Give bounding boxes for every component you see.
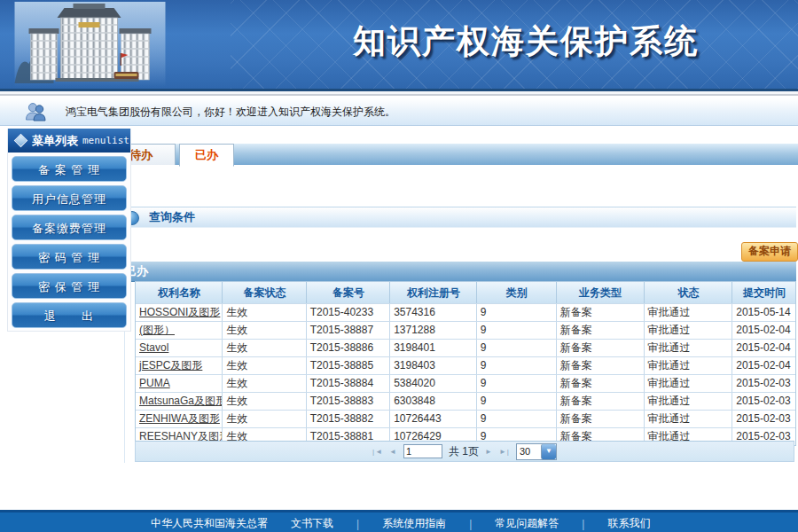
- column-header-1: 备案状态: [223, 282, 306, 303]
- welcome-message: 鸿宝电气集团股份有限公司，你好！欢迎进入知识产权海关保护系统。: [66, 98, 395, 125]
- cell-7: 2015-02-04: [732, 322, 795, 339]
- cell-3: 10726443: [390, 411, 476, 427]
- column-header-0: 权利名称: [136, 282, 223, 303]
- cell-2: T2015-38882: [307, 411, 390, 427]
- cell-4: 9: [477, 375, 557, 392]
- column-header-4: 类别: [477, 282, 557, 303]
- table-row: (图形）生效T2015-3888713712889新备案审批通过2015-02-…: [136, 321, 795, 339]
- page: 知识产权海关保护系统 鸿宝电气集团股份有限公司，你好！欢迎进入知识产权海关保护系…: [0, 0, 798, 532]
- query-section-header[interactable]: 查询条件: [131, 207, 796, 228]
- cell-5: 新备案: [557, 393, 645, 410]
- footer-separator: |: [356, 518, 359, 530]
- cell-0: Stavol: [136, 340, 223, 356]
- table-row: HOSSONI及图形生效T2015-4023335743169新备案审批通过20…: [136, 303, 795, 321]
- right-name-link[interactable]: Stavol: [139, 341, 168, 354]
- record-apply-button[interactable]: 备案申请: [741, 242, 798, 262]
- done-list-header: 已办: [124, 262, 796, 282]
- sidebar-item-record-payment-management[interactable]: 备案缴费管理: [12, 215, 127, 240]
- cell-7: 2015-02-04: [732, 357, 795, 374]
- cell-4: 9: [477, 357, 557, 374]
- pagination-bar: |◄ ◄ 共 1页 ► ►| 30 ▼: [135, 441, 794, 462]
- cell-0: MatsunaGa及图形: [136, 393, 223, 410]
- table-body: HOSSONI及图形生效T2015-4023335743169新备案审批通过20…: [136, 303, 795, 445]
- system-title: 知识产权海关保护系统: [353, 20, 778, 64]
- cell-5: 新备案: [557, 322, 645, 339]
- prev-page-icon[interactable]: ◄: [389, 448, 397, 456]
- footer-link-2[interactable]: 常见问题解答: [495, 516, 559, 531]
- cell-3: 1371288: [390, 322, 476, 339]
- cell-0: HOSSONI及图形: [136, 304, 223, 321]
- page-number-input[interactable]: [403, 444, 442, 458]
- sidebar-item-security-management[interactable]: 密 保 管 理: [12, 273, 127, 299]
- cell-3: 3574316: [390, 304, 476, 321]
- cell-0: PUMA: [136, 375, 223, 392]
- sidebar-menu: 备 案 管 理用户信息管理备案缴费管理密 码 管 理密 保 管 理退 出: [8, 156, 130, 328]
- cell-1: 生效: [223, 357, 306, 374]
- table-row: Stavol生效T2015-3888631984019新备案审批通过2015-0…: [136, 339, 795, 356]
- cell-4: 9: [477, 340, 557, 356]
- cell-0: (图形）: [136, 322, 223, 339]
- cell-6: 审批通过: [645, 393, 733, 410]
- records-table: 权利名称备案状态备案号权利注册号类别业务类型状态提交时间 HOSSONI及图形生…: [135, 281, 796, 446]
- right-name-link[interactable]: PUMA: [139, 377, 170, 389]
- page-size-dropdown[interactable]: 30 ▼: [516, 443, 557, 460]
- footer-bar: 中华人民共和国海关总署 文书下载|系统使用指南|常见问题解答|联系我们: [0, 510, 798, 532]
- tab-strip: 待办已办: [98, 144, 798, 165]
- cell-3: 6303848: [390, 393, 476, 410]
- cell-1: 生效: [223, 304, 306, 321]
- cell-4: 9: [477, 304, 557, 321]
- sidebar-title: 菜单列表: [32, 133, 78, 149]
- cell-4: 9: [477, 411, 557, 427]
- cell-1: 生效: [223, 411, 306, 427]
- cell-4: 9: [477, 322, 557, 339]
- page-size-value: 30: [517, 446, 541, 457]
- customs-building-image: [12, 2, 168, 87]
- last-page-icon[interactable]: ►|: [499, 448, 510, 456]
- cell-2: T2015-40233: [307, 304, 390, 321]
- cell-5: 新备案: [557, 340, 645, 356]
- sidebar-header: 菜单列表 menulist: [8, 129, 130, 153]
- table-row: PUMA生效T2015-3888453840209新备案审批通过2015-02-…: [136, 374, 795, 392]
- column-header-6: 状态: [645, 282, 733, 303]
- sidebar-item-user-info-management[interactable]: 用户信息管理: [12, 185, 127, 211]
- tab-done[interactable]: 已办: [179, 144, 234, 167]
- cell-3: 3198403: [390, 357, 476, 374]
- right-name-link[interactable]: (图形）: [139, 324, 175, 336]
- cell-5: 新备案: [557, 411, 645, 427]
- sidebar-subtitle: menulist: [82, 135, 129, 146]
- cell-0: jESPC及图形: [136, 357, 223, 374]
- cell-1: 生效: [223, 340, 306, 356]
- column-header-2: 备案号: [307, 282, 390, 303]
- cell-5: 新备案: [557, 357, 645, 374]
- cell-1: 生效: [223, 322, 306, 339]
- cell-3: 3198401: [390, 340, 476, 356]
- sidebar-menu-panel: 菜单列表 menulist 备 案 管 理用户信息管理备案缴费管理密 码 管 理…: [7, 129, 131, 332]
- footer-link-3[interactable]: 联系我们: [607, 516, 650, 531]
- sidebar-item-password-management[interactable]: 密 码 管 理: [12, 244, 127, 270]
- sidebar-item-record-management[interactable]: 备 案 管 理: [12, 156, 127, 182]
- footer-link-0[interactable]: 文书下载: [291, 516, 333, 531]
- chevron-down-icon: ▼: [541, 444, 556, 459]
- cell-2: T2015-38884: [307, 375, 390, 392]
- cell-1: 生效: [223, 393, 306, 410]
- users-icon: [25, 102, 48, 121]
- cell-2: T2015-38883: [307, 393, 390, 410]
- right-name-link[interactable]: ZENHIWA及图形: [139, 412, 220, 425]
- footer-agency: 中华人民共和国海关总署: [151, 516, 268, 531]
- footer-links: 中华人民共和国海关总署 文书下载|系统使用指南|常见问题解答|联系我们: [151, 512, 650, 532]
- right-name-link[interactable]: MatsunaGa及图形: [139, 395, 223, 407]
- cell-7: 2015-02-04: [732, 340, 795, 356]
- next-page-icon[interactable]: ►: [485, 448, 493, 456]
- welcome-bar: 鸿宝电气集团股份有限公司，你好！欢迎进入知识产权海关保护系统。: [0, 98, 798, 126]
- cell-6: 审批通过: [645, 340, 733, 356]
- cell-2: T2015-38886: [307, 340, 390, 356]
- column-header-5: 业务类型: [557, 282, 645, 303]
- cell-6: 审批通过: [645, 357, 733, 374]
- table-header-row: 权利名称备案状态备案号权利注册号类别业务类型状态提交时间: [136, 282, 795, 303]
- table-row: MatsunaGa及图形生效T2015-3888363038489新备案审批通过…: [136, 392, 795, 410]
- footer-link-1[interactable]: 系统使用指南: [382, 516, 446, 531]
- first-page-icon[interactable]: |◄: [372, 448, 383, 456]
- sidebar-item-logout[interactable]: 退 出: [12, 302, 127, 328]
- right-name-link[interactable]: HOSSONI及图形: [139, 306, 220, 318]
- right-name-link[interactable]: jESPC及图形: [139, 359, 202, 372]
